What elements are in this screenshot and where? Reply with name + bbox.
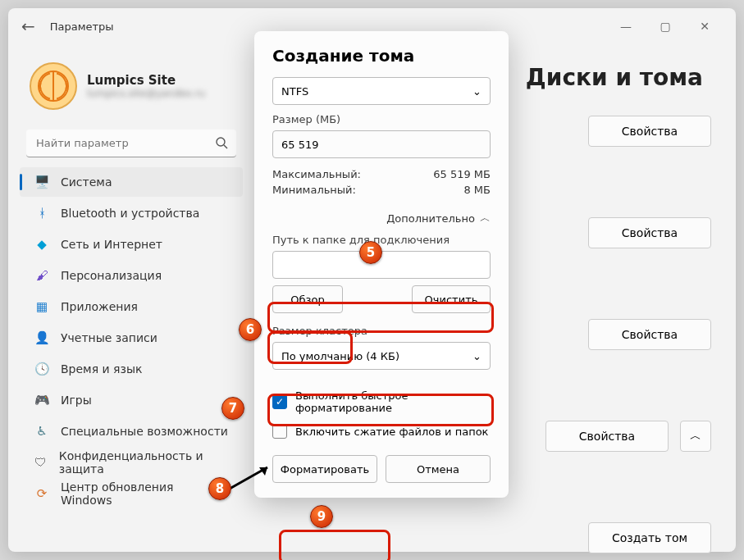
nav-label: Игры bbox=[61, 394, 92, 407]
cluster-size-select[interactable]: По умолчанию (4 КБ) ⌄ bbox=[272, 342, 491, 370]
nav-label: Приложения bbox=[61, 300, 138, 313]
minimize-button[interactable]: — bbox=[608, 14, 644, 39]
nav-icon: ♿ bbox=[34, 424, 49, 439]
profile-email: lumpics.site@yandex.ru bbox=[87, 88, 205, 99]
sidebar-item-8[interactable]: ♿Специальные возможности bbox=[20, 417, 243, 446]
window-controls: — ▢ ✕ bbox=[608, 14, 723, 39]
collapse-toggle[interactable]: ︿ bbox=[680, 421, 711, 452]
chevron-down-icon: ⌄ bbox=[472, 85, 482, 98]
nav-label: Система bbox=[61, 175, 112, 189]
quick-format-option[interactable]: ✓ Выполнить быстрое форматирование bbox=[272, 389, 491, 414]
filesystem-value: NTFS bbox=[281, 85, 308, 98]
back-button[interactable]: ← bbox=[21, 16, 35, 36]
nav-icon: ⟳ bbox=[34, 486, 49, 501]
profile-name: Lumpics Site bbox=[87, 73, 205, 88]
svg-line-1 bbox=[224, 145, 227, 148]
sidebar-item-2[interactable]: ◆Сеть и Интернет bbox=[20, 230, 243, 259]
nav-label: Сеть и Интернет bbox=[61, 238, 162, 251]
nav-label: Центр обновления Windows bbox=[61, 480, 228, 507]
window-title: Параметры bbox=[50, 20, 114, 33]
advanced-toggle[interactable]: Дополнительно ︿ bbox=[272, 211, 491, 225]
nav-list: 🖥️СистемаᚼBluetooth и устройства◆Сеть и … bbox=[15, 167, 248, 508]
filesystem-select[interactable]: NTFS ⌄ bbox=[272, 77, 491, 105]
nav-icon: 👤 bbox=[34, 330, 49, 345]
badge-6: 6 bbox=[239, 318, 262, 341]
nav-icon: 🛡 bbox=[34, 455, 48, 470]
format-button[interactable]: Форматировать bbox=[272, 455, 377, 483]
badge-5: 5 bbox=[359, 241, 382, 264]
badge-7: 7 bbox=[221, 397, 244, 420]
nav-icon: 🕓 bbox=[34, 362, 49, 376]
checkbox-unchecked-icon bbox=[272, 424, 287, 439]
svg-point-0 bbox=[217, 138, 225, 146]
nav-icon: 🖥️ bbox=[34, 175, 49, 189]
annotation-arrow bbox=[228, 464, 277, 500]
sidebar-item-1[interactable]: ᚼBluetooth и устройства bbox=[20, 198, 243, 228]
properties-button[interactable]: Свойства bbox=[588, 116, 711, 147]
maximize-button[interactable]: ▢ bbox=[647, 14, 683, 39]
nav-label: Время и язык bbox=[61, 362, 142, 376]
nav-label: Учетные записи bbox=[61, 331, 157, 344]
properties-button[interactable]: Свойства bbox=[588, 217, 711, 248]
search-box[interactable] bbox=[26, 130, 236, 157]
cancel-button[interactable]: Отмена bbox=[386, 455, 491, 483]
chevron-down-icon: ⌄ bbox=[472, 350, 482, 362]
size-input[interactable]: 65 519 bbox=[272, 130, 491, 158]
nav-label: Специальные возможности bbox=[61, 425, 228, 438]
sidebar-item-0[interactable]: 🖥️Система bbox=[20, 167, 243, 197]
nav-icon: 🎮 bbox=[34, 393, 49, 407]
size-label: Размер (МБ) bbox=[272, 113, 491, 125]
nav-icon: ᚼ bbox=[34, 206, 49, 221]
sidebar-item-9[interactable]: 🛡Конфиденциальность и защита bbox=[20, 448, 243, 477]
search-icon bbox=[215, 136, 228, 153]
size-limits: Максимальный:65 519 МБ Минимальный:8 МБ bbox=[272, 166, 491, 198]
dialog-title: Создание тома bbox=[272, 46, 491, 66]
create-volume-button[interactable]: Создать том bbox=[588, 522, 711, 553]
nav-label: Персонализация bbox=[61, 269, 162, 282]
clear-button[interactable]: Очистить bbox=[412, 285, 491, 313]
properties-button[interactable]: Свойства bbox=[588, 319, 711, 350]
nav-icon: ◆ bbox=[34, 237, 49, 252]
sidebar-item-5[interactable]: 👤Учетные записи bbox=[20, 323, 243, 353]
profile[interactable]: Lumpics Site lumpics.site@yandex.ru bbox=[15, 54, 248, 126]
compression-option[interactable]: Включить сжатие файлов и папок bbox=[272, 424, 491, 439]
close-button[interactable]: ✕ bbox=[687, 14, 723, 39]
sidebar-item-7[interactable]: 🎮Игры bbox=[20, 385, 243, 415]
mount-path-label: Путь к папке для подключения bbox=[272, 234, 491, 246]
badge-8: 8 bbox=[208, 477, 231, 500]
nav-icon: 🖌 bbox=[34, 268, 49, 283]
checkbox-checked-icon: ✓ bbox=[272, 394, 287, 409]
sidebar-item-3[interactable]: 🖌Персонализация bbox=[20, 261, 243, 290]
sidebar-item-4[interactable]: ▦Приложения bbox=[20, 292, 243, 321]
properties-button[interactable]: Свойства bbox=[545, 421, 669, 452]
avatar bbox=[30, 62, 77, 110]
nav-label: Bluetooth и устройства bbox=[61, 207, 199, 220]
browse-button[interactable]: Обзор bbox=[272, 285, 343, 313]
nav-label: Конфиденциальность и защита bbox=[59, 449, 228, 476]
sidebar-item-6[interactable]: 🕓Время и язык bbox=[20, 354, 243, 384]
chevron-up-icon: ︿ bbox=[480, 211, 491, 225]
nav-icon: ▦ bbox=[34, 299, 49, 314]
create-volume-dialog: Создание тома NTFS ⌄ Размер (МБ) 65 519 … bbox=[254, 31, 509, 498]
search-input[interactable] bbox=[26, 130, 236, 157]
badge-9: 9 bbox=[310, 505, 333, 528]
sidebar: Lumpics Site lumpics.site@yandex.ru 🖥️Си… bbox=[8, 44, 254, 552]
cluster-size-label: Размер кластера bbox=[272, 325, 491, 337]
